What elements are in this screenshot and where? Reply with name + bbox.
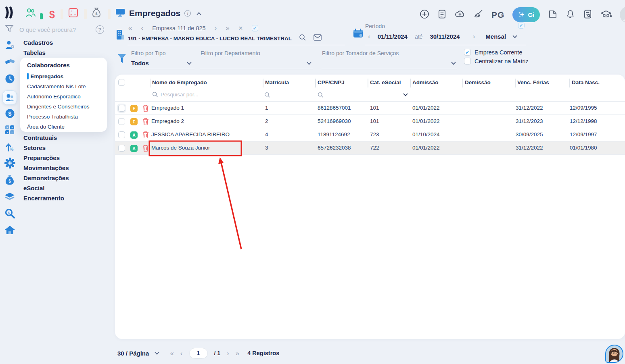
dollar-icon[interactable]: $ (49, 10, 55, 19)
empresa-corrente-checkbox[interactable]: ✓ (464, 49, 471, 56)
cell-name[interactable]: Empregado 2 (151, 118, 184, 124)
sidebar-item-encerramento[interactable]: Encerramento (23, 195, 64, 202)
cpf-search-icon[interactable] (318, 92, 324, 98)
info-icon[interactable]: i (184, 10, 191, 17)
period-next-button[interactable]: › (473, 33, 475, 40)
app-logo[interactable] (5, 6, 17, 20)
flyout-item-area-cliente[interactable]: Área do Cliente (27, 124, 107, 130)
period-end-date[interactable]: 30/11/2024 (430, 33, 460, 40)
sidebar-item-tabelas[interactable]: Tabelas (23, 49, 46, 56)
sidebar-rail-cadastros[interactable] (4, 40, 15, 52)
sidebar-rail-demonstracoes[interactable] (4, 191, 15, 204)
cat-esocial-filter-chevron-icon[interactable] (403, 92, 408, 96)
row-checkbox[interactable] (118, 145, 125, 152)
next-page-button[interactable]: › (227, 350, 229, 357)
company-clear-button[interactable]: × (238, 24, 243, 32)
row-checkbox[interactable] (118, 105, 125, 112)
page-flip-icon[interactable] (548, 9, 558, 21)
broom-icon[interactable] (473, 9, 483, 21)
column-header-demissao[interactable]: Demissão (465, 79, 491, 85)
table-row[interactable]: A JESSICA APARECIDA RIBEIRO 4 1189112469… (115, 128, 625, 141)
calculator-icon[interactable]: + − × = (68, 8, 78, 19)
last-page-button[interactable]: » (236, 350, 239, 357)
flyout-item-dirigentes[interactable]: Dirigentes e Conselheiros (27, 104, 107, 110)
flyout-item-empregados[interactable]: Empregados (27, 73, 107, 79)
document-search-icon[interactable] (583, 9, 592, 21)
sidebar-search-input[interactable] (19, 26, 90, 33)
company-prev-button[interactable]: ‹ (141, 25, 143, 31)
table-row[interactable]: F Empregado 2 2 52416969030 101 01/01/20… (115, 115, 625, 128)
sidebar-item-demonstracoes[interactable]: Demonstrações (23, 175, 69, 181)
bell-icon[interactable] (566, 9, 575, 21)
flyout-item-processo[interactable]: Processo Trabalhista (27, 114, 107, 120)
sidebar-rail-home[interactable] (4, 225, 15, 237)
company-next-button[interactable]: › (215, 25, 217, 31)
company-last-button[interactable]: » (226, 25, 229, 31)
people-icon[interactable] (25, 7, 36, 19)
period-mode-select[interactable]: Mensal (485, 33, 506, 40)
column-header-admissao[interactable]: Admissão (412, 79, 439, 85)
sidebar-rail-colaboradores[interactable] (2, 90, 17, 105)
filter-tomador-chevron-icon[interactable] (451, 60, 456, 64)
flyout-item-autonomo[interactable]: Autônomo Esporádico (27, 94, 107, 100)
column-header-cat-esocial[interactable]: Cat. eSocial (370, 79, 401, 85)
column-header-cpf[interactable]: CPF/CNPJ (318, 79, 345, 85)
company-checkbox[interactable]: ✓ (252, 25, 258, 31)
name-search-input[interactable] (161, 92, 217, 98)
column-header-venc-ferias[interactable]: Venc. Férias (517, 79, 549, 85)
per-page-select[interactable]: 30 / Página (117, 350, 149, 357)
sidebar-item-setores[interactable]: Setores (23, 144, 46, 151)
row-checkbox[interactable] (118, 118, 125, 125)
column-header-data-nasc[interactable]: Data Nasc. (572, 79, 600, 85)
add-circle-icon[interactable] (420, 9, 429, 21)
period-start-date[interactable]: 01/11/2024 (378, 33, 408, 40)
graduation-cap-icon[interactable] (600, 9, 612, 21)
sidebar-item-esocial[interactable]: eSocial (23, 185, 45, 191)
cell-name[interactable]: Marcos de Souza Junior (151, 145, 210, 151)
sidebar-rail-tabelas[interactable] (4, 56, 15, 69)
column-header-nome[interactable]: Nome do Empregado (152, 79, 207, 85)
flyout-item-cadastramento-nis[interactable]: Cadastramento Nis Lote (27, 83, 107, 89)
sidebar-item-cadastros[interactable]: Cadastros (23, 39, 53, 46)
delete-row-icon[interactable] (142, 104, 149, 113)
page-input[interactable]: 1 (189, 348, 208, 359)
collapse-header-icon[interactable] (197, 12, 201, 17)
gi-assistant-button[interactable]: Gi (512, 7, 540, 22)
period-mode-chevron-icon[interactable] (513, 33, 517, 38)
delete-row-icon[interactable] (142, 144, 149, 153)
chat-widget-avatar[interactable] (605, 345, 623, 363)
company-first-button[interactable]: « (128, 25, 132, 31)
help-icon[interactable]: ? (96, 25, 104, 34)
delete-row-icon[interactable] (142, 118, 149, 127)
row-checkbox[interactable] (118, 131, 125, 138)
company-mail-icon[interactable] (314, 34, 322, 42)
document-icon[interactable] (437, 9, 447, 21)
sidebar-rail-clock[interactable] (4, 73, 15, 86)
money-bag-icon[interactable]: $ (92, 7, 101, 19)
table-row-highlighted[interactable]: A Marcos de Souza Junior 3 65726232038 7… (115, 141, 625, 155)
filter-departamento-chevron-icon[interactable] (307, 60, 311, 64)
sidebar-item-movimentacoes[interactable]: Movimentações (23, 164, 69, 171)
sidebar-rail-contratuais[interactable]: % (4, 141, 15, 153)
filter-tipo-chevron-icon[interactable] (187, 60, 191, 64)
period-checkbox[interactable]: ✓ (518, 22, 525, 29)
sidebar-rail-setores[interactable] (4, 158, 15, 170)
sidebar-item-preparacoes[interactable]: Preparações (23, 154, 60, 161)
delete-row-icon[interactable] (142, 131, 149, 140)
matricula-search-icon[interactable] (264, 92, 270, 98)
select-all-checkbox[interactable] (118, 79, 125, 86)
filter-tipo-select[interactable]: Todos (131, 60, 149, 67)
user-avatar[interactable] (620, 6, 625, 23)
centralizar-matriz-checkbox[interactable] (464, 58, 471, 64)
sidebar-rail-preparacoes[interactable]: $ (5, 175, 15, 187)
pg-button[interactable]: PG (491, 10, 504, 20)
sidebar-item-contratuais[interactable]: Contratuais (23, 134, 57, 141)
column-header-matricula[interactable]: Matrícula (265, 79, 289, 85)
cell-name[interactable]: JESSICA APARECIDA RIBEIRO (151, 131, 230, 137)
prev-page-button[interactable]: ‹ (180, 350, 183, 357)
cell-name[interactable]: Empregado 1 (151, 105, 184, 111)
first-page-button[interactable]: « (170, 350, 173, 357)
sidebar-rail-calculos[interactable]: + − × = (4, 125, 15, 137)
company-search-icon[interactable] (299, 34, 306, 43)
per-page-chevron-icon[interactable] (155, 350, 159, 354)
